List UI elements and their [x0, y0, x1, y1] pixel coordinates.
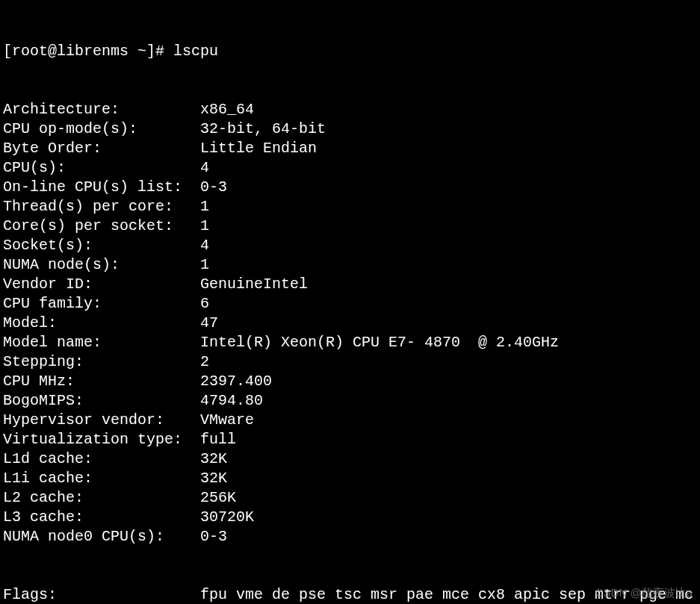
row-value: 1 — [200, 255, 697, 275]
row-value: Little Endian — [200, 139, 697, 158]
row-label: BogoMIPS: — [3, 391, 200, 411]
row-label: NUMA node(s): — [3, 255, 200, 275]
output-row: CPU op-mode(s):32-bit, 64-bit — [3, 119, 697, 139]
output-row: Model name:Intel(R) Xeon(R) CPU E7- 4870… — [3, 333, 697, 352]
row-label: L1i cache: — [3, 469, 200, 488]
command-text: lscpu — [173, 42, 218, 61]
row-label: Virtualization type: — [3, 430, 200, 449]
output-row: Core(s) per socket:1 — [3, 217, 697, 236]
output-row: Vendor ID:GenuineIntel — [3, 275, 697, 294]
row-value: 4794.80 — [200, 391, 697, 411]
row-label: Model name: — [3, 333, 200, 352]
row-value: 2 — [200, 352, 697, 372]
row-label: L2 cache: — [3, 488, 200, 508]
row-label: Stepping: — [3, 352, 200, 372]
row-label: NUMA node0 CPU(s): — [3, 527, 200, 547]
output-row: Hypervisor vendor:VMware — [3, 411, 697, 430]
command-line: [root@librenms ~]# lscpu — [3, 42, 697, 61]
row-label: CPU MHz: — [3, 372, 200, 391]
output-row: NUMA node0 CPU(s):0-3 — [3, 527, 697, 547]
terminal-output[interactable]: [root@librenms ~]# lscpu Architecture:x8… — [3, 3, 697, 604]
output-row: Thread(s) per core:1 — [3, 197, 697, 217]
row-label: L1d cache: — [3, 449, 200, 469]
row-label: Thread(s) per core: — [3, 197, 200, 217]
output-row: L2 cache:256K — [3, 488, 697, 508]
row-label: CPU(s): — [3, 158, 200, 178]
output-row: CPU(s):4 — [3, 158, 697, 178]
row-value: 6 — [200, 294, 697, 314]
row-value: 1 — [200, 197, 697, 217]
output-row: NUMA node(s):1 — [3, 255, 697, 275]
output-row: L1i cache:32K — [3, 469, 697, 488]
output-row: Socket(s):4 — [3, 236, 697, 255]
output-row: Model:47 — [3, 314, 697, 333]
flags-block: Flags:fpu vme de pse tsc msr pae mce cx8… — [3, 585, 697, 604]
output-row: Byte Order:Little Endian — [3, 139, 697, 158]
row-label: Socket(s): — [3, 236, 200, 255]
row-value: 32K — [200, 469, 697, 488]
row-label: L3 cache: — [3, 508, 200, 527]
row-label: CPU family: — [3, 294, 200, 314]
row-label: Vendor ID: — [3, 275, 200, 294]
row-value: Intel(R) Xeon(R) CPU E7- 4870 @ 2.40GHz — [200, 333, 697, 352]
row-value: 4 — [200, 236, 697, 255]
row-value: 30720K — [200, 508, 697, 527]
row-label: Hypervisor vendor: — [3, 411, 200, 430]
row-value: 1 — [200, 217, 697, 236]
row-label: Model: — [3, 314, 200, 333]
row-value: 32K — [200, 449, 697, 469]
output-row: CPU MHz:2397.400 — [3, 372, 697, 391]
row-value: 0-3 — [200, 527, 697, 547]
row-value: 0-3 — [200, 178, 697, 197]
output-row: On-line CPU(s) list:0-3 — [3, 178, 697, 197]
row-value: 256K — [200, 488, 697, 508]
row-value: full — [200, 430, 697, 449]
output-row: L1d cache:32K — [3, 449, 697, 469]
row-value: 2397.400 — [200, 372, 697, 391]
output-row: L3 cache:30720K — [3, 508, 697, 527]
row-value: VMware — [200, 411, 697, 430]
row-label: CPU op-mode(s): — [3, 119, 200, 139]
row-value: 32-bit, 64-bit — [200, 119, 697, 139]
output-row: Virtualization type:full — [3, 430, 697, 449]
row-label: Core(s) per socket: — [3, 217, 200, 236]
row-label: On-line CPU(s) list: — [3, 178, 200, 197]
output-row: BogoMIPS:4794.80 — [3, 391, 697, 411]
flags-label: Flags: — [3, 585, 200, 604]
output-row: Stepping:2 — [3, 352, 697, 372]
row-value: 4 — [200, 158, 697, 178]
row-value: GenuineIntel — [200, 275, 697, 294]
row-value: 47 — [200, 314, 697, 333]
row-label: Byte Order: — [3, 139, 200, 158]
shell-prompt: [root@librenms ~]# — [3, 42, 173, 61]
row-label: Architecture: — [3, 100, 200, 119]
output-row: Architecture:x86_64 — [3, 100, 697, 119]
output-row: CPU family:6 — [3, 294, 697, 314]
row-value: x86_64 — [200, 100, 697, 119]
watermark: CSDN @熬夜波比a — [595, 585, 693, 600]
